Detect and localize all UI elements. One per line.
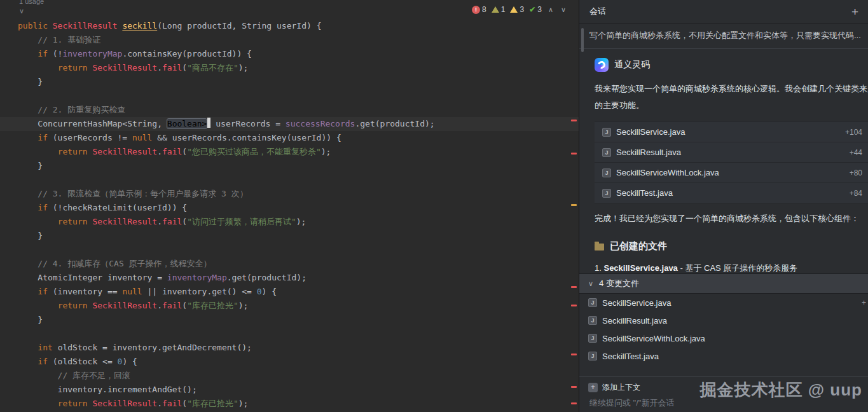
code-line[interactable]: return SeckillResult.fail("商品不存在"); [18,61,567,75]
java-file-icon [588,316,597,325]
code-line[interactable]: } [18,313,567,327]
code-line[interactable]: // 2. 防重复购买检查 [18,103,567,117]
assistant-intro-line: 的主要功能。 [595,97,868,114]
stripe-tick[interactable] [571,153,577,154]
changes-header[interactable]: ∨ 4 变更文件 [579,274,868,294]
file-name: SeckillService.java [616,127,840,137]
add-context-button[interactable]: + 添加上下文 [588,382,658,393]
stripe-tick[interactable] [571,204,577,206]
code-line[interactable]: int oldStock = inventory.getAndDecrement… [18,341,567,355]
stripe-tick[interactable] [571,386,577,388]
new-chat-button[interactable]: + [851,6,858,18]
next-problem-button[interactable]: ∨ [560,6,567,14]
code-line[interactable] [18,173,567,187]
java-file-icon [588,298,597,307]
assistant-intro: 我来帮您实现一个简单的商城秒杀系统的核心逻辑。我会创建几个关键类来展示 的主要功… [595,81,868,114]
file-row[interactable]: SeckillService.java+ [579,294,868,312]
weak-warning-count-label: 1 [501,5,506,14]
file-name: SeckillResult.java [602,316,861,326]
assistant-header: 通义灵码 [595,58,868,72]
code-line[interactable]: ConcurrentHashMap<String, Boolean> userR… [0,117,579,131]
code-line[interactable]: } [18,75,567,89]
code-line[interactable]: // 1. 基础验证 [18,33,567,47]
plus-square-icon: + [588,383,598,392]
code-line[interactable]: if (oldStock <= 0) { [18,355,567,369]
code-line[interactable]: public SeckillResult seckill(Long produc… [18,19,567,33]
file-row[interactable]: SeckillTest.java+84 [595,183,868,203]
stripe-tick[interactable] [571,402,577,404]
file-row[interactable]: SeckillResult.java [579,312,868,329]
file-change-list: SeckillService.java+104SeckillResult.jav… [595,121,868,203]
changes-header-label: 4 变更文件 [599,278,639,289]
weak-warning-count[interactable]: 1 [492,5,506,14]
user-message: 写个简单的商城秒杀系统，不用关心配置文件和实体等，只需要实现代码... [579,24,868,49]
file-row[interactable]: SeckillService.java+104 [595,122,868,142]
file-row[interactable]: SeckillResult.java+44 [595,142,868,163]
code-line[interactable] [18,243,567,257]
file-name: SeckillResult.java [616,148,844,157]
code-line[interactable]: if (!checkRateLimit(userId)) { [18,201,567,215]
chevron-down-icon[interactable]: ∨ [19,7,24,15]
code-line[interactable]: return SeckillResult.fail("您已购买过该商品，不能重复… [18,145,567,159]
error-stripe[interactable] [570,0,579,412]
file-name: SeckillTest.java [616,188,844,198]
code-line[interactable]: // 3. 限流检查（简单示例：每个用户最多请求 3 次） [18,187,567,201]
java-file-icon [602,148,611,157]
warning-count[interactable]: 3 [510,5,524,14]
prev-problem-button[interactable]: ∧ [547,6,555,14]
error-count[interactable]: ! 8 [472,5,486,14]
added-lines-count: + [862,298,866,307]
code-line[interactable]: } [18,159,567,173]
code-line[interactable]: if (userRecords != null && userRecords.c… [18,131,567,145]
stripe-tick[interactable] [571,286,577,288]
java-file-icon [588,334,597,343]
changes-panel: ∨ 4 变更文件 SeckillService.java+SeckillResu… [579,273,868,365]
file-row[interactable]: SeckillServiceWithLock.java+80 [595,163,868,183]
code-line[interactable]: AtomicInteger inventory = inventoryMap.g… [18,271,567,285]
stripe-tick[interactable] [571,120,577,121]
stripe-tick[interactable] [571,354,577,355]
add-context-label: 添加上下文 [602,382,640,393]
created-files-heading: 已创建的文件 [595,240,868,252]
code-editor[interactable]: 1 usage ∨ ! 8 1 3 ✔ 3 ∧ ∨ public Seckill… [0,0,579,412]
chevron-down-icon: ∨ [588,280,593,288]
code-line[interactable]: if (inventory == null || inventory.get()… [18,285,567,299]
chat-tab-session[interactable]: 会话 [589,6,606,17]
code-line[interactable] [18,327,567,341]
folder-icon [595,244,604,251]
assistant-name: 通义灵码 [614,59,650,71]
chat-scrollbar[interactable] [581,28,584,52]
passed-count[interactable]: ✔ 3 [529,5,542,14]
file-row[interactable]: SeckillTest.java [579,347,868,365]
code-line[interactable] [18,89,567,103]
done-text: 完成！我已经为您实现了一个简单的商城秒杀系统，包含以下核心组件： [595,212,868,225]
file-row[interactable]: SeckillServiceWithLock.java [579,329,868,347]
code-line[interactable]: if (!inventoryMap.containsKey(productId)… [18,47,567,61]
tongyi-lingma-logo-icon [595,58,609,72]
usage-inlay-hint[interactable]: 1 usage [19,0,44,5]
error-icon: ! [472,6,480,14]
code-line[interactable]: return SeckillResult.fail("访问过于频繁，请稍后再试"… [18,215,567,229]
inspections-widget[interactable]: ! 8 1 3 ✔ 3 ∧ ∨ [472,5,567,14]
added-lines-count: +80 [850,168,864,177]
file-name: SeckillService.java [602,298,857,308]
code-lines[interactable]: public SeckillResult seckill(Long produc… [18,19,567,411]
ai-chat-panel: 会话 + 写个简单的商城秒杀系统，不用关心配置文件和实体等，只需要实现代码...… [579,0,868,412]
code-line[interactable]: } [18,229,567,243]
stripe-tick[interactable] [571,305,577,306]
java-file-icon [588,352,597,360]
code-line[interactable]: return SeckillResult.fail("库存已抢光"); [18,299,567,313]
added-lines-count: +84 [850,189,864,198]
created-files-heading-label: 已创建的文件 [610,240,667,252]
code-line[interactable]: return SeckillResult.fail("库存已抢光"); [18,397,567,411]
check-icon: ✔ [529,5,535,14]
assistant-intro-line: 我来帮您实现一个简单的商城秒杀系统的核心逻辑。我会创建几个关键类来展示 [595,81,868,97]
watermark: 掘金技术社区 @ uup [700,379,862,401]
warning-count-label: 3 [520,5,524,14]
code-line[interactable]: inventory.incrementAndGet(); [18,383,567,397]
code-line[interactable]: // 4. 扣减库存（CAS 原子操作，线程安全） [18,257,567,271]
ide-window: 1 usage ∨ ! 8 1 3 ✔ 3 ∧ ∨ public Seckill… [0,0,868,412]
code-line[interactable]: // 库存不足，回滚 [18,369,567,383]
warning-icon [510,6,518,13]
passed-count-label: 3 [537,5,542,14]
